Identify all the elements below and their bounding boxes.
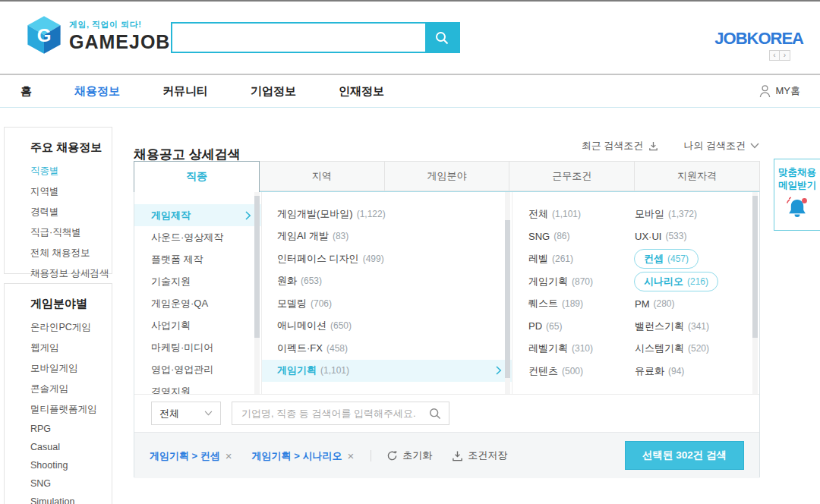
job-count: 1,101 [552,209,581,219]
keyword-input-wrap [232,402,449,425]
sidebar-item[interactable]: 직종별 [30,165,112,178]
sidebar-item[interactable]: 경력별 [30,206,112,219]
nav-item[interactable]: 홈 [20,84,32,99]
job-count: 83 [333,231,348,241]
job-subcategory[interactable]: 게임개발(모바일) 1,122 [262,203,512,225]
search-submit-button[interactable]: 선택된 302건 검색 [625,441,744,470]
job-subcategory[interactable]: 게임AI 개발 83 [262,225,512,248]
save-conditions-button[interactable]: 조건저장 [452,449,507,462]
job-count: 261 [552,254,573,264]
detail-option[interactable]: PD 65 [528,315,634,338]
custom-job-mail-tab[interactable]: 맞춤채용 메일받기 [774,159,820,231]
job-category[interactable]: 영업·영업관리 [134,358,261,380]
job-subcategory[interactable]: 원화 653 [262,270,512,293]
job-category[interactable]: 사운드·영상제작 [134,226,261,248]
detail-option[interactable]: 모바일 1,372 [634,203,759,225]
my-search-link[interactable]: 나의 검색조건 [683,139,759,153]
tab-label: 직종 [186,170,207,184]
detail-option[interactable]: 밸런스기획 341 [634,315,759,338]
recent-search-link[interactable]: 최근 검색조건 [582,139,660,153]
job-category[interactable]: 경영지원 [134,380,261,395]
detail-option[interactable]: 컨셉 457 [634,247,759,270]
sidebar-item[interactable]: SNG [30,478,112,489]
job-category[interactable]: 게임운영·QA [134,292,261,314]
job-count: 706 [311,298,332,309]
job-category[interactable]: 게임제작 [134,204,261,226]
nav-item[interactable]: 기업정보 [251,84,296,99]
sidebar-item[interactable]: 모바일게임 [30,362,112,375]
sidebar-item[interactable]: Shooting [30,460,112,471]
sidebar-item[interactable]: 전체 채용정보 [30,247,112,260]
bell-icon [784,195,811,221]
job-count: 500 [562,366,583,376]
job-subcategory[interactable]: 애니메이션 650 [262,315,512,338]
divider [371,450,371,461]
job-count: 650 [330,320,352,331]
tab[interactable]: 지역 [260,161,385,191]
header-search-input[interactable] [172,24,425,52]
sidebar-item[interactable]: 웹게임 [30,342,112,354]
header-search-button[interactable] [425,24,459,52]
sidebar-item[interactable]: 지역별 [30,185,112,198]
keyword-input[interactable] [232,402,449,424]
remove-chip-icon[interactable] [226,450,232,461]
detail-option[interactable]: 컨텐츠 500 [528,360,634,383]
filter-chip[interactable]: 게임기획 > 시나리오 [252,449,355,463]
scrollbar[interactable] [752,192,758,394]
detail-option[interactable]: UX·UI 533 [634,225,759,248]
detail-option[interactable]: SNG 86 [528,225,634,248]
nav-item[interactable]: 커뮤니티 [162,84,208,99]
tab-label: 게임분야 [427,169,466,183]
scrollbar[interactable] [254,192,260,394]
sidebar-item[interactable]: RPG [30,424,112,434]
job-subcategory[interactable]: 게임기획 1,101 [262,360,512,383]
nav-item[interactable]: 채용정보 [74,84,120,99]
keyword-search-row: 전체 [134,395,759,433]
detail-option[interactable]: 시스템기획 520 [634,338,759,361]
job-subcategory[interactable]: 인터페이스 디자인 499 [262,247,512,270]
detail-option[interactable]: PM 280 [634,292,759,315]
gamejob-logo[interactable]: G 게임, 직업이 되다! GAMEJOB [26,14,170,55]
prev-icon[interactable] [769,50,780,61]
jobkorea-logo[interactable]: JOBKOREA [714,29,803,49]
sidebar-item[interactable]: 온라인PC게임 [30,321,112,334]
search-tabs: 직종 지역 게임분야 근무조건 지원자격 [134,161,760,192]
detail-option[interactable]: 시나리오 216 [634,270,759,293]
sidebar-item[interactable]: 직급·직책별 [30,226,112,239]
sidebar-item[interactable]: 채용정보 상세검색 [30,267,112,280]
chevron-right-icon [245,211,251,220]
remove-chip-icon[interactable] [347,450,354,461]
tab[interactable]: 지원자격 [635,161,760,191]
detail-option[interactable]: 게임기획 870 [528,270,634,293]
tab[interactable]: 직종 [134,161,260,192]
logo-tagline: 게임, 직업이 되다! [69,19,170,30]
detail-option[interactable]: 전체 1,101 [528,203,634,225]
sidebar-item[interactable]: 멀티플랫폼게임 [30,403,112,416]
sidebar-item[interactable]: 콘솔게임 [30,383,112,395]
nav-item[interactable]: 인재정보 [339,84,384,99]
scrollbar[interactable] [505,192,510,394]
search-icon[interactable] [428,407,442,421]
job-subcategory[interactable]: 이펙트·FX 458 [262,337,512,360]
sidebar-item[interactable]: Simulation [30,496,112,504]
keyword-scope-select[interactable]: 전체 [151,402,221,425]
sidebar-item[interactable]: Casual [30,442,112,452]
detail-option[interactable]: 유료화 94 [634,360,759,383]
job-count: 94 [668,366,684,376]
detail-option[interactable]: 레벨 261 [528,247,634,270]
filter-chip[interactable]: 게임기획 > 컨셉 [150,449,232,463]
job-subcategory[interactable]: 모델링 706 [262,292,512,315]
tab[interactable]: 근무조건 [509,161,635,191]
tab[interactable]: 게임분야 [385,161,510,191]
job-category[interactable]: 사업기획 [134,314,261,336]
reset-button[interactable]: 초기화 [386,449,432,462]
job-category[interactable]: 플랫폼 제작 [134,248,261,270]
my-home-link[interactable]: MY홈 [758,75,801,107]
detail-option[interactable]: 레벨기획 310 [528,338,634,361]
download-icon [452,450,463,461]
detail-option[interactable]: 퀘스트 189 [528,292,634,315]
job-count: 216 [687,276,708,287]
job-category[interactable]: 기술지원 [134,270,261,292]
next-icon[interactable] [780,50,790,61]
job-category[interactable]: 마케팅·미디어 [134,336,261,358]
